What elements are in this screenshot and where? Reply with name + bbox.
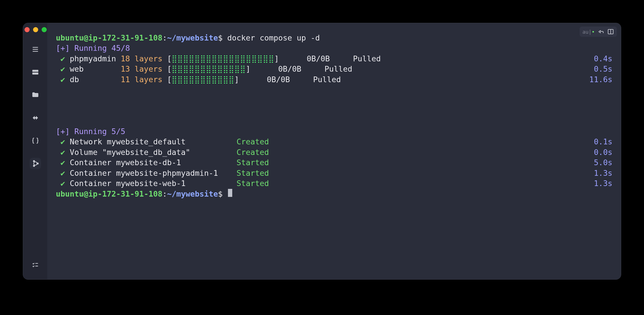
split-icon[interactable] bbox=[607, 28, 614, 35]
sidebar bbox=[23, 23, 47, 279]
folder-icon[interactable] bbox=[30, 89, 41, 101]
share-icon[interactable] bbox=[598, 28, 604, 35]
svg-rect-4 bbox=[32, 72, 38, 74]
close-icon[interactable] bbox=[25, 27, 30, 32]
braces-icon[interactable] bbox=[30, 135, 41, 146]
session-label[interactable]: au| • bbox=[582, 29, 595, 35]
svg-point-5 bbox=[34, 162, 37, 165]
checklist-icon[interactable] bbox=[30, 259, 41, 271]
minimize-icon[interactable] bbox=[33, 27, 38, 32]
sidebar-icons bbox=[30, 44, 41, 259]
forward-icon[interactable] bbox=[30, 112, 41, 124]
svg-rect-3 bbox=[32, 70, 38, 72]
svg-point-8 bbox=[33, 165, 35, 167]
window-controls bbox=[24, 27, 47, 32]
zoom-icon[interactable] bbox=[42, 27, 47, 32]
terminal-output: ubuntu@ip-172-31-91-108:~/mywebsite$ doc… bbox=[47, 23, 621, 199]
cursor bbox=[228, 189, 232, 197]
terminal-pane[interactable]: au| • ubuntu@ip-172-31-91-108:~/mywebsit… bbox=[47, 23, 621, 279]
top-right-toolbar: au| • bbox=[580, 27, 617, 37]
svg-point-6 bbox=[37, 163, 38, 164]
server-icon[interactable] bbox=[30, 66, 41, 78]
terminal-window: au| • ubuntu@ip-172-31-91-108:~/mywebsit… bbox=[23, 23, 621, 280]
svg-point-7 bbox=[33, 161, 35, 162]
menu-icon[interactable] bbox=[30, 44, 41, 55]
ubuntu-icon[interactable] bbox=[30, 158, 41, 169]
